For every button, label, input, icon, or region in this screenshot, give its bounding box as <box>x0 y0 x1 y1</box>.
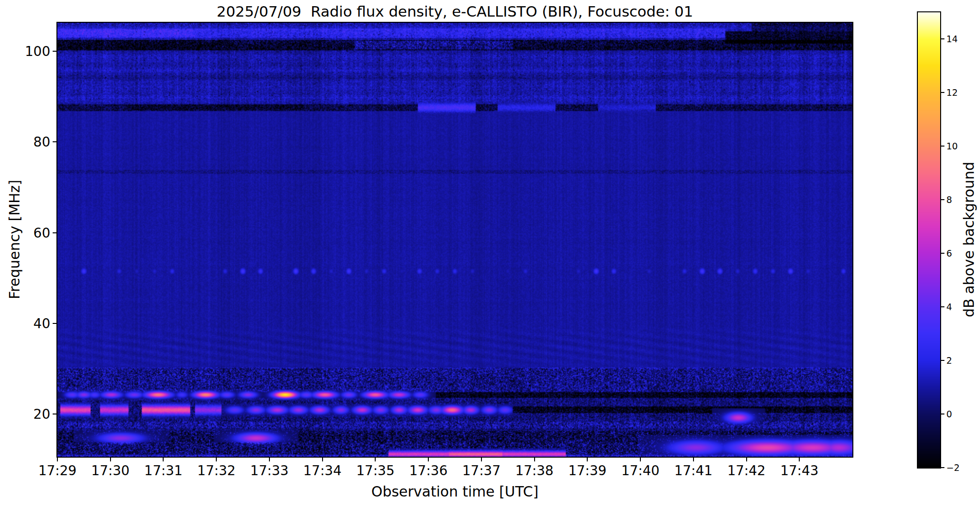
x-tick-mark <box>746 457 747 461</box>
x-tick-mark <box>640 457 641 461</box>
y-tick-mark <box>53 51 57 52</box>
x-tick-label: 17:34 <box>303 463 342 478</box>
y-tick-mark <box>53 323 57 324</box>
x-tick-mark <box>534 457 535 461</box>
spectrogram-heatmap <box>57 23 852 457</box>
x-tick-label: 17:35 <box>356 463 395 478</box>
y-tick-label: 100 <box>15 44 50 59</box>
x-tick-label: 17:33 <box>250 463 289 478</box>
colorbar <box>917 11 941 469</box>
x-tick-mark <box>57 457 58 461</box>
x-tick-mark <box>587 457 588 461</box>
x-tick-mark <box>269 457 270 461</box>
colorbar-tick-label: 6 <box>946 248 952 258</box>
colorbar-tick-label: 14 <box>946 34 958 44</box>
colorbar-tick-label: 2 <box>946 355 952 366</box>
x-tick-label: 17:40 <box>621 463 660 478</box>
y-tick-label: 40 <box>15 315 50 331</box>
x-tick-label: 17:42 <box>727 463 766 478</box>
y-tick-label: 20 <box>15 406 50 422</box>
y-tick-mark <box>53 141 57 142</box>
x-tick-mark <box>110 457 111 461</box>
colorbar-tick-label: 8 <box>946 194 952 205</box>
x-tick-label: 17:38 <box>515 463 554 478</box>
chart-title: 2025/07/09 Radio flux density, e-CALLIST… <box>57 3 852 20</box>
colorbar-gradient <box>918 12 940 468</box>
spectrogram-figure: 2025/07/09 Radio flux density, e-CALLIST… <box>0 0 980 506</box>
x-tick-label: 17:37 <box>462 463 501 478</box>
colorbar-tick-label: 4 <box>946 302 952 312</box>
x-tick-mark <box>322 457 323 461</box>
x-tick-mark <box>481 457 482 461</box>
colorbar-tick-label: 12 <box>946 87 958 98</box>
colorbar-label: dB above background <box>961 162 977 317</box>
x-tick-label: 17:41 <box>674 463 712 478</box>
y-tick-mark <box>53 232 57 233</box>
y-axis-label: Frequency [MHz] <box>6 180 23 299</box>
y-tick-label: 80 <box>15 134 50 150</box>
x-tick-mark <box>693 457 694 461</box>
colorbar-tick-label: −2 <box>946 462 960 473</box>
colorbar-tick-label: 10 <box>946 141 958 151</box>
x-tick-label: 17:43 <box>780 463 819 478</box>
colorbar-tick-label: 0 <box>946 409 952 419</box>
x-axis-label: Observation time [UTC] <box>57 483 852 500</box>
plot-frame <box>56 22 853 458</box>
x-tick-label: 17:30 <box>91 463 129 478</box>
y-tick-mark <box>53 414 57 414</box>
x-tick-mark <box>428 457 429 461</box>
x-tick-label: 17:36 <box>409 463 448 478</box>
x-tick-mark <box>216 457 217 461</box>
x-tick-mark <box>163 457 164 461</box>
x-tick-label: 17:29 <box>38 463 77 478</box>
x-tick-mark <box>799 457 800 461</box>
x-tick-label: 17:32 <box>197 463 236 478</box>
x-tick-label: 17:31 <box>144 463 183 478</box>
x-tick-label: 17:39 <box>568 463 607 478</box>
x-tick-mark <box>375 457 376 461</box>
